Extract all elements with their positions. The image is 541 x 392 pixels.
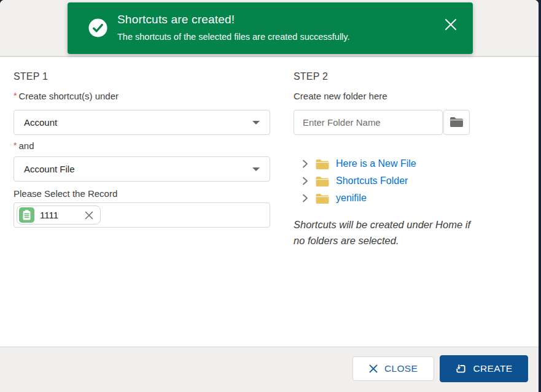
create-button-label: CREATE: [473, 363, 512, 374]
folder-link[interactable]: Here is a New File: [336, 158, 416, 169]
tree-row: Shortcuts Folder: [302, 172, 408, 190]
file-select-label: *and: [14, 140, 34, 151]
modal-backdrop: Shortcuts are created! The shortcuts of …: [0, 0, 541, 392]
object-select[interactable]: Account: [14, 110, 270, 135]
close-button-label: CLOSE: [384, 363, 418, 374]
shortcut-icon: [455, 363, 467, 375]
toast-message: The shortcuts of the selected files are …: [117, 30, 430, 44]
chevron-right-icon[interactable]: [302, 177, 309, 186]
create-folder-button[interactable]: [443, 110, 470, 135]
record-pill[interactable]: 1111: [17, 206, 101, 225]
x-icon: [443, 25, 458, 34]
home-fallback-note: Shortcuts will be created under Home if …: [294, 217, 515, 248]
create-shortcuts-modal: Shortcuts are created! The shortcuts of …: [0, 0, 539, 392]
check-circle-icon: [88, 18, 107, 37]
file-select[interactable]: Account File: [14, 156, 270, 182]
record-icon: [19, 207, 34, 223]
folder-icon: [450, 116, 464, 129]
record-pill-value: 1111: [40, 210, 58, 220]
chevron-down-icon: [252, 121, 260, 125]
chevron-down-icon: [252, 167, 260, 171]
record-select-label: Please Select the Record: [14, 188, 117, 199]
file-select-value: Account File: [24, 164, 252, 174]
object-select-value: Account: [24, 117, 252, 128]
tree-row: yenifile: [302, 190, 367, 207]
x-icon: [369, 364, 378, 373]
object-select-label: *Create shortcut(s) under: [14, 91, 119, 101]
record-remove-button[interactable]: [84, 210, 94, 220]
create-button[interactable]: CREATE: [440, 355, 528, 382]
folder-link[interactable]: yenifile: [336, 193, 367, 204]
required-asterisk: *: [14, 140, 17, 150]
tree-row: Here is a New File: [302, 155, 416, 172]
chevron-right-icon[interactable]: [302, 159, 309, 169]
step1-heading: STEP 1: [14, 71, 48, 82]
toast-close-button[interactable]: [443, 17, 458, 32]
folder-icon: [315, 193, 330, 204]
folder-icon: [315, 175, 330, 187]
folder-link[interactable]: Shortcuts Folder: [336, 175, 408, 186]
close-button[interactable]: CLOSE: [352, 356, 434, 381]
record-selection-box[interactable]: 1111: [14, 202, 270, 228]
toast-title: Shortcuts are created!: [117, 12, 430, 28]
success-toast: Shortcuts are created! The shortcuts of …: [68, 2, 473, 54]
step2-heading: STEP 2: [294, 71, 328, 82]
folder-name-input[interactable]: [294, 110, 443, 135]
chevron-right-icon[interactable]: [302, 194, 309, 203]
toast-text: Shortcuts are created! The shortcuts of …: [117, 12, 430, 44]
folder-icon: [315, 158, 330, 170]
required-asterisk: *: [14, 91, 17, 101]
x-icon: [84, 213, 94, 222]
new-folder-label: Create new folder here: [294, 91, 387, 101]
